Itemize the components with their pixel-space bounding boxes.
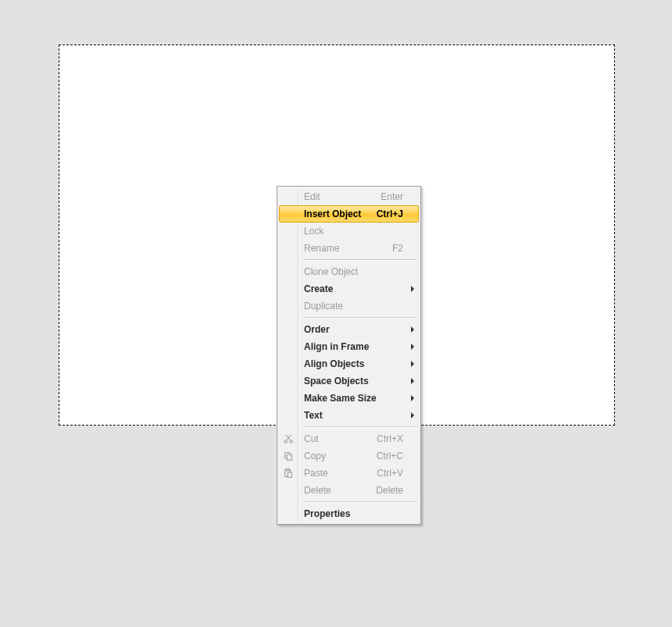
menu-shortcut: F2	[392, 243, 403, 254]
menu-item-properties[interactable]: Properties	[279, 505, 419, 522]
menu-item-align-in-frame[interactable]: Align in Frame	[279, 338, 419, 355]
paste-icon	[282, 467, 295, 479]
svg-line-2	[286, 435, 291, 440]
submenu-arrow-icon	[411, 412, 414, 419]
menu-item-lock[interactable]: Lock	[279, 223, 419, 240]
menu-label: Edit	[304, 191, 374, 202]
menu-label: Rename	[304, 243, 386, 254]
context-menu: Edit Enter Insert Object Ctrl+J Lock Ren…	[277, 186, 421, 525]
menu-item-delete[interactable]: Delete Delete	[279, 482, 419, 499]
menu-item-duplicate[interactable]: Duplicate	[279, 297, 419, 315]
menu-item-cut[interactable]: Cut Ctrl+X	[279, 430, 419, 447]
svg-rect-5	[287, 454, 291, 460]
menu-separator	[302, 425, 417, 429]
submenu-arrow-icon	[411, 395, 414, 401]
menu-item-make-same-size[interactable]: Make Same Size	[279, 390, 419, 407]
menu-shortcut: Ctrl+C	[377, 451, 403, 461]
menu-item-align-objects[interactable]: Align Objects	[279, 355, 419, 372]
menu-separator	[302, 315, 417, 320]
menu-label: Properties	[304, 508, 403, 519]
copy-icon	[282, 450, 295, 462]
menu-item-create[interactable]: Create	[279, 280, 419, 297]
menu-item-insert-object[interactable]: Insert Object Ctrl+J	[279, 205, 419, 223]
menu-separator	[302, 258, 417, 262]
menu-item-clone-object[interactable]: Clone Object	[279, 263, 419, 280]
menu-item-order[interactable]: Order	[279, 321, 419, 338]
menu-label: Align Objects	[304, 358, 403, 369]
svg-point-1	[290, 440, 293, 444]
submenu-arrow-icon	[411, 378, 414, 384]
menu-label: Order	[304, 324, 403, 335]
menu-separator	[302, 500, 417, 504]
submenu-arrow-icon	[411, 286, 414, 292]
menu-label: Duplicate	[304, 301, 403, 312]
menu-item-text[interactable]: Text	[279, 407, 419, 424]
menu-shortcut: Ctrl+V	[377, 468, 403, 479]
menu-shortcut: Ctrl+X	[377, 433, 403, 444]
cut-icon	[282, 433, 295, 445]
menu-item-copy[interactable]: Copy Ctrl+C	[279, 447, 419, 465]
menu-label: Insert Object	[304, 208, 370, 219]
submenu-arrow-icon	[411, 344, 414, 350]
menu-label: Delete	[304, 485, 370, 496]
menu-label: Align in Frame	[304, 341, 403, 352]
menu-item-paste[interactable]: Paste Ctrl+V	[279, 465, 419, 482]
submenu-arrow-icon	[411, 326, 414, 333]
menu-label: Make Same Size	[304, 393, 403, 404]
svg-point-0	[284, 440, 288, 444]
menu-item-space-objects[interactable]: Space Objects	[279, 372, 419, 390]
menu-item-edit[interactable]: Edit Enter	[279, 188, 419, 205]
menu-shortcut: Ctrl+J	[377, 208, 403, 219]
menu-label: Create	[304, 283, 403, 294]
svg-rect-8	[288, 472, 291, 477]
menu-label: Lock	[304, 226, 403, 237]
menu-item-rename[interactable]: Rename F2	[279, 240, 419, 257]
submenu-arrow-icon	[411, 361, 414, 367]
menu-shortcut: Delete	[376, 485, 403, 496]
svg-rect-7	[286, 468, 289, 471]
menu-shortcut: Enter	[381, 191, 403, 202]
menu-label: Space Objects	[304, 376, 403, 387]
svg-line-3	[286, 435, 291, 440]
menu-label: Paste	[304, 468, 370, 479]
menu-label: Copy	[304, 451, 370, 461]
menu-label: Clone Object	[304, 266, 403, 277]
menu-label: Cut	[304, 433, 370, 444]
menu-label: Text	[304, 410, 403, 421]
